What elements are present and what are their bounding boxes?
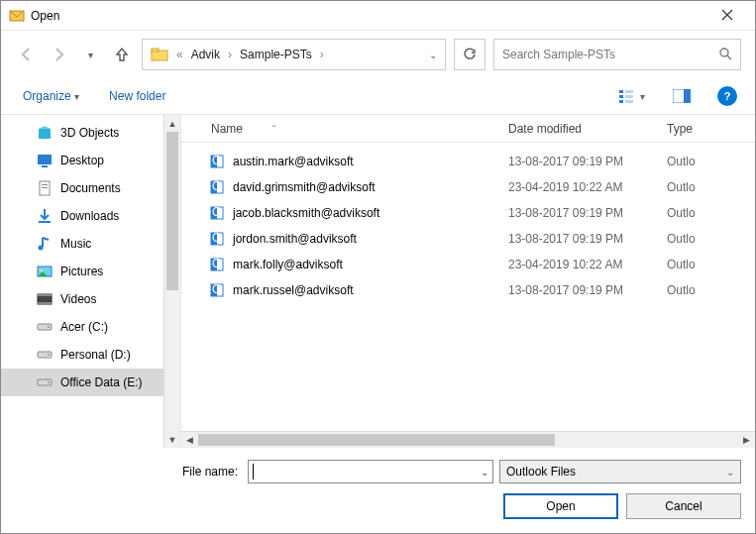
file-type: Outlo xyxy=(667,206,755,220)
folder-icon xyxy=(37,347,53,363)
tree-item[interactable]: Pictures xyxy=(1,258,163,285)
folder-icon xyxy=(37,264,53,279)
filename-input[interactable]: ⌄ xyxy=(248,460,493,483)
scroll-right-icon[interactable]: ▶ xyxy=(738,435,755,445)
forward-button[interactable] xyxy=(47,43,70,66)
chevron-down-icon[interactable]: ⌄ xyxy=(481,467,488,478)
tree-item[interactable]: Office Data (E:) xyxy=(1,369,163,396)
tree-item[interactable]: 3D Objects xyxy=(1,119,163,147)
tree-item[interactable]: Acer (C:) xyxy=(1,313,163,341)
tree-item[interactable]: Documents xyxy=(1,174,163,202)
breadcrumb-part-0[interactable]: Advik xyxy=(191,48,220,61)
file-date: 23-04-2019 10:22 AM xyxy=(508,258,667,271)
svg-text:O: O xyxy=(212,179,221,193)
pst-file-icon: O xyxy=(209,179,225,195)
nav-row: ▾ « Advik › Sample-PSTs › ⌄ Search Sampl… xyxy=(1,31,755,78)
file-date: 23-04-2019 10:22 AM xyxy=(508,180,667,194)
horizontal-scrollbar[interactable]: ◀ ▶ xyxy=(181,431,755,448)
file-row[interactable]: Ojacob.blacksmith@adviksoft13-08-2017 09… xyxy=(181,200,755,226)
tree-scrollbar[interactable]: ▲ ▼ xyxy=(163,115,180,448)
close-button[interactable] xyxy=(707,8,747,24)
svg-rect-13 xyxy=(38,155,52,164)
pst-file-icon: O xyxy=(209,205,225,221)
col-date[interactable]: Date modified xyxy=(508,122,667,136)
svg-text:O: O xyxy=(212,205,221,219)
main-area: 3D ObjectsDesktopDocumentsDownloadsMusic… xyxy=(1,115,755,448)
recent-dropdown[interactable]: ▾ xyxy=(78,43,102,66)
svg-rect-8 xyxy=(625,95,633,98)
breadcrumb-part-1[interactable]: Sample-PSTs xyxy=(240,48,312,61)
scroll-thumb[interactable] xyxy=(166,132,178,290)
folder-icon xyxy=(151,46,168,63)
folder-icon xyxy=(37,208,53,224)
nav-tree: 3D ObjectsDesktopDocumentsDownloadsMusic… xyxy=(1,115,181,448)
h-scroll-thumb[interactable] xyxy=(198,434,555,446)
pst-file-icon: O xyxy=(209,154,225,169)
tree-item[interactable]: Music xyxy=(1,230,163,258)
tree-item[interactable]: Videos xyxy=(1,285,163,313)
svg-rect-17 xyxy=(42,187,48,188)
tree-item-label: Acer (C:) xyxy=(60,320,108,334)
open-button[interactable]: Open xyxy=(503,493,618,519)
tree-item-label: Videos xyxy=(60,292,96,306)
back-button[interactable] xyxy=(15,43,39,66)
address-dropdown[interactable]: ⌄ xyxy=(429,50,437,60)
scroll-up-icon[interactable]: ▲ xyxy=(164,115,180,132)
file-type-filter[interactable]: Outlook Files ⌄ xyxy=(499,460,741,483)
tree-item[interactable]: Desktop xyxy=(1,147,163,174)
file-row[interactable]: Odavid.grimsmith@adviksoft23-04-2019 10:… xyxy=(181,174,755,200)
tree-item-label: Music xyxy=(60,237,91,251)
file-row[interactable]: Oaustin.mark@adviksoft13-08-2017 09:19 P… xyxy=(181,149,755,174)
svg-rect-2 xyxy=(152,49,159,52)
tree-item-label: Documents xyxy=(60,181,121,195)
file-row[interactable]: Ojordon.smith@adviksoft13-08-2017 09:19 … xyxy=(181,226,755,252)
scroll-down-icon[interactable]: ▼ xyxy=(164,431,180,448)
col-type[interactable]: Type xyxy=(667,122,755,136)
help-button[interactable]: ? xyxy=(717,86,737,106)
pst-file-icon: O xyxy=(209,282,225,298)
folder-icon xyxy=(37,180,53,196)
svg-text:O: O xyxy=(212,231,221,245)
bottom-panel: File name: ⌄ Outlook Files ⌄ Open Cancel xyxy=(1,448,755,533)
tree-item-label: Desktop xyxy=(60,154,104,167)
file-date: 13-08-2017 09:19 PM xyxy=(508,283,667,297)
filter-label: Outlook Files xyxy=(506,465,576,479)
new-folder-button[interactable]: New folder xyxy=(105,85,169,107)
column-headers: Name⌃ Date modified Type xyxy=(181,115,755,143)
tree-item-label: Downloads xyxy=(60,209,119,223)
file-type: Outlo xyxy=(667,283,755,297)
tree-item-label: Personal (D:) xyxy=(60,348,131,362)
file-name: mark.russel@adviksoft xyxy=(233,283,354,297)
organize-button[interactable]: Organize ▾ xyxy=(19,85,83,107)
folder-icon xyxy=(37,291,53,307)
file-type: Outlo xyxy=(667,232,755,246)
search-icon xyxy=(718,47,732,63)
folder-icon xyxy=(37,374,53,390)
chevron-right-icon: › xyxy=(226,48,234,61)
chevron-right-icon: › xyxy=(318,48,326,61)
tree-item[interactable]: Personal (D:) xyxy=(1,341,163,369)
scroll-left-icon[interactable]: ◀ xyxy=(181,435,198,445)
tree-item-label: Pictures xyxy=(60,265,103,278)
file-date: 13-08-2017 09:19 PM xyxy=(508,155,667,168)
address-bar[interactable]: « Advik › Sample-PSTs › ⌄ xyxy=(142,39,446,70)
preview-pane-button[interactable] xyxy=(668,84,696,108)
file-date: 13-08-2017 09:19 PM xyxy=(508,206,667,220)
file-row[interactable]: Omark.folly@adviksoft23-04-2019 10:22 AM… xyxy=(181,252,755,277)
cancel-button[interactable]: Cancel xyxy=(626,493,741,519)
refresh-button[interactable] xyxy=(454,39,486,70)
tree-item[interactable]: Downloads xyxy=(1,202,163,230)
search-input[interactable]: Search Sample-PSTs xyxy=(493,39,741,70)
svg-text:O: O xyxy=(212,257,221,270)
file-name: mark.folly@adviksoft xyxy=(233,258,343,271)
file-row[interactable]: Omark.russel@adviksoft13-08-2017 09:19 P… xyxy=(181,277,755,303)
file-type: Outlo xyxy=(667,180,755,194)
file-name: jordon.smith@adviksoft xyxy=(233,232,357,246)
view-mode-button[interactable]: ▾ xyxy=(618,84,646,108)
sort-indicator-icon: ⌃ xyxy=(270,124,277,133)
svg-point-21 xyxy=(41,269,44,272)
svg-rect-24 xyxy=(38,302,52,304)
col-name[interactable]: Name⌃ xyxy=(181,122,508,136)
up-button[interactable] xyxy=(110,43,134,66)
svg-rect-18 xyxy=(39,221,51,223)
